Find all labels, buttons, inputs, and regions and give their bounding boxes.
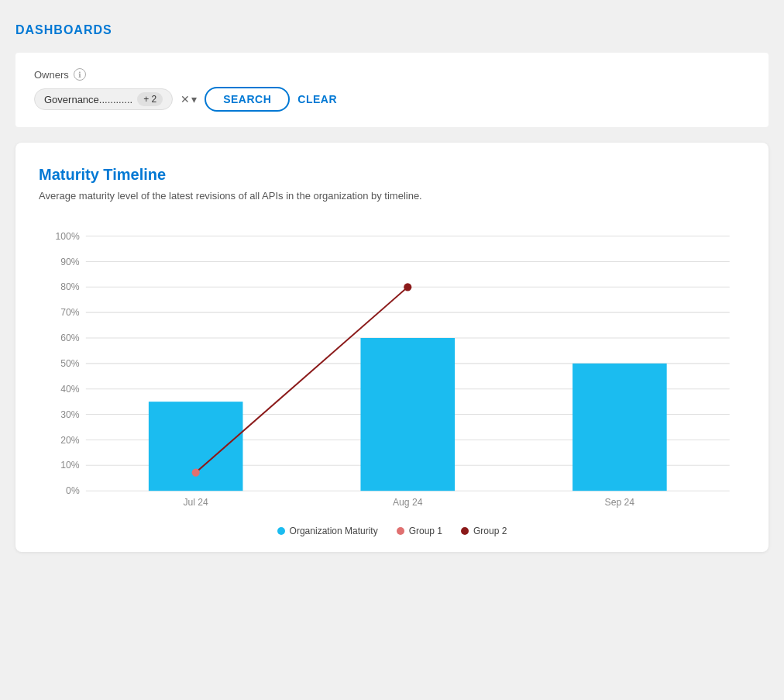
legend-dot-org [277,527,285,535]
legend-label-group1: Group 1 [409,526,442,536]
legend-group1: Group 1 [397,526,442,536]
svg-text:100%: 100% [56,231,80,242]
filter-section: Owners ℹ Governance............ + 2 ✕ ▾ … [15,53,769,127]
legend-label-org: Organization Maturity [290,526,378,536]
owners-icon: ℹ [74,68,86,81]
svg-text:Aug 24: Aug 24 [393,497,423,508]
filter-row: Governance............ + 2 ✕ ▾ SEARCH CL… [34,87,750,112]
svg-text:50%: 50% [60,358,79,369]
search-button[interactable]: SEARCH [205,87,290,112]
svg-text:20%: 20% [60,434,79,445]
page-title: DASHBOARDS [15,23,112,36]
owners-label: Owners ℹ [34,68,750,81]
svg-text:80%: 80% [60,281,79,292]
legend-group2: Group 2 [461,526,507,536]
bar-jul24 [149,402,243,491]
svg-text:60%: 60% [60,333,79,343]
svg-text:Jul 24: Jul 24 [183,497,208,508]
legend-label-group2: Group 2 [473,526,507,536]
dot-group2-aug [404,283,411,291]
tag-value: Governance............ [44,94,132,105]
legend-org-maturity: Organization Maturity [277,526,378,536]
svg-text:90%: 90% [60,256,79,267]
svg-text:40%: 40% [60,384,79,395]
chart-card: Maturity Timeline Average maturity level… [15,143,769,552]
svg-text:Sep 24: Sep 24 [605,497,635,508]
close-dropdown-button[interactable]: ✕ ▾ [181,93,197,105]
chart-svg: 100% 90% 80% 70% 60% 50% 40% 30% 20% 10%… [39,220,745,515]
svg-text:70%: 70% [60,307,79,318]
legend-dot-group1 [397,527,404,535]
main-container: DASHBOARDS Owners ℹ Governance..........… [0,0,784,700]
chart-legend: Organization Maturity Group 1 Group 2 [39,526,745,536]
header: DASHBOARDS [15,16,769,53]
bar-sep24 [573,364,667,491]
svg-text:0%: 0% [66,485,80,496]
filter-tag[interactable]: Governance............ + 2 [34,88,173,110]
owners-text: Owners [34,69,69,81]
legend-dot-group2 [461,527,469,535]
close-icon[interactable]: ✕ [181,93,190,105]
chart-title: Maturity Timeline [39,166,745,184]
dot-group1-jul [192,468,200,476]
bar-aug24 [360,338,455,491]
clear-button[interactable]: CLEAR [297,93,337,105]
chart-subtitle: Average maturity level of the latest rev… [39,190,745,202]
chart-area: 100% 90% 80% 70% 60% 50% 40% 30% 20% 10%… [39,220,745,515]
dropdown-icon[interactable]: ▾ [191,93,197,105]
svg-text:30%: 30% [60,409,79,420]
plus-badge: + 2 [137,92,163,106]
svg-text:10%: 10% [60,460,79,471]
